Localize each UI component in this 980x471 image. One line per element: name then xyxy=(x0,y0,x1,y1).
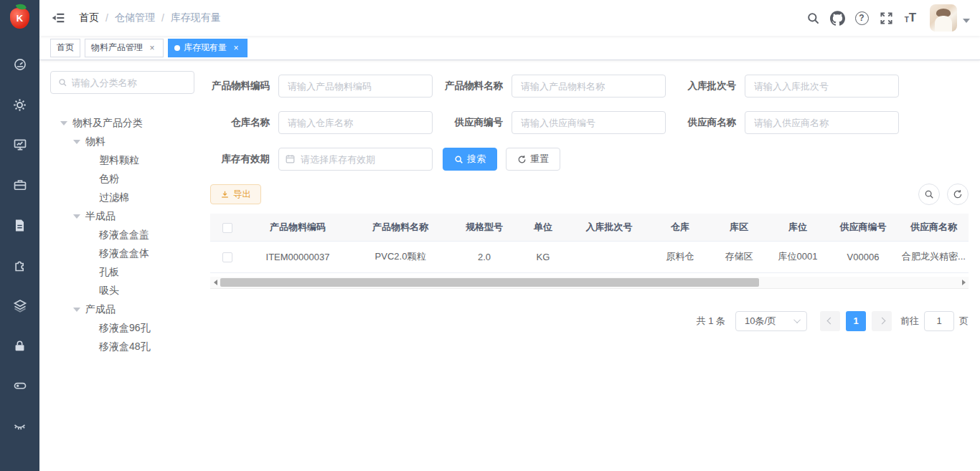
tree-node-label: 移液盒盒体 xyxy=(99,247,149,260)
column-header: 入库批次号 xyxy=(567,214,651,241)
tree-node-material[interactable]: 物料 xyxy=(50,133,194,151)
tree-node-box-96[interactable]: 移液盒96孔 xyxy=(50,319,194,338)
caret-down-icon[interactable] xyxy=(60,121,67,125)
caret-down-icon[interactable] xyxy=(73,308,80,312)
fullscreen-button[interactable] xyxy=(874,0,898,36)
page-size-select[interactable]: 10条/页 xyxy=(735,311,807,331)
inventory-table: 产品物料编码 产品物料名称 规格型号 单位 入库批次号 仓库 库区 库位 供应商… xyxy=(210,214,969,273)
sidebar-item-dashboard[interactable] xyxy=(0,44,39,85)
github-link-button[interactable] xyxy=(825,0,849,36)
tree-node-pipette-tip[interactable]: 吸头 xyxy=(50,282,194,300)
tab-label: 首页 xyxy=(57,42,74,54)
table-header-row: 产品物料编码 产品物料名称 规格型号 单位 入库批次号 仓库 库区 库位 供应商… xyxy=(210,214,969,241)
select-all-checkbox[interactable] xyxy=(222,223,232,233)
tree-node-well-plate[interactable]: 孔板 xyxy=(50,263,194,282)
sidebar-item-monitor[interactable] xyxy=(0,125,39,165)
table-row[interactable]: ITEM00000037 PVC2.0颗粒 2.0 KG 原料仓 存储区 库位0… xyxy=(210,241,969,272)
tree-node-pigment[interactable]: 色粉 xyxy=(50,170,194,189)
tags-view-bar: 首页 物料产品管理 库存现有量 xyxy=(39,36,980,60)
caret-down-icon[interactable] xyxy=(73,140,80,144)
tree-node-plastic-pellet[interactable]: 塑料颗粒 xyxy=(50,151,194,170)
batch-no-input[interactable] xyxy=(745,75,899,97)
reset-button[interactable]: 重置 xyxy=(506,148,560,171)
field-label: 供应商名称 xyxy=(677,116,745,129)
tree-node-box-lid[interactable]: 移液盒盒盖 xyxy=(50,226,194,244)
goto-page-group: 前往 页 xyxy=(900,311,969,331)
prev-page-button[interactable] xyxy=(820,311,840,331)
font-size-button[interactable] xyxy=(898,0,923,36)
sidebar-menu xyxy=(0,44,39,446)
refresh-icon xyxy=(517,155,527,164)
tree-node-label: 孔板 xyxy=(99,266,119,279)
tree-node-box-body[interactable]: 移液盒盒体 xyxy=(50,244,194,263)
search-button[interactable]: 搜索 xyxy=(443,148,497,171)
sidebar-item-switch[interactable] xyxy=(0,366,39,406)
supplier-code-input[interactable] xyxy=(512,111,666,134)
goto-page-input[interactable] xyxy=(924,311,954,331)
scroll-right-arrow[interactable] xyxy=(958,280,969,285)
table-toolbar: 导出 xyxy=(210,184,969,205)
tree-node-box-48[interactable]: 移液盒48孔 xyxy=(50,338,194,356)
page-number-button[interactable]: 1 xyxy=(846,311,866,331)
layers-icon xyxy=(13,298,27,313)
warehouse-name-input[interactable] xyxy=(278,111,433,134)
field-batch-no: 入库批次号 xyxy=(677,75,910,97)
sidebar-item-settings[interactable] xyxy=(0,85,39,125)
field-label: 库存有效期 xyxy=(210,153,278,166)
item-name-input[interactable] xyxy=(512,75,666,97)
sidebar-item-layers[interactable] xyxy=(0,285,39,325)
question-circle-icon xyxy=(855,11,869,25)
calendar-icon xyxy=(285,153,296,167)
help-button[interactable] xyxy=(849,0,874,36)
sidebar-item-security[interactable] xyxy=(0,325,39,366)
tab-material-product-mgmt[interactable]: 物料产品管理 xyxy=(85,39,164,57)
item-code-input[interactable] xyxy=(278,75,433,97)
scrollbar-thumb[interactable] xyxy=(220,278,759,287)
close-icon[interactable] xyxy=(231,43,241,53)
cell-item-code: ITEM00000037 xyxy=(245,241,351,272)
tree-node-semi-finished[interactable]: 半成品 xyxy=(50,207,194,226)
next-page-button[interactable] xyxy=(872,311,892,331)
search-icon xyxy=(454,155,463,164)
breadcrumb-home[interactable]: 首页 xyxy=(79,11,99,24)
chevron-right-icon xyxy=(878,318,885,325)
expiry-date-input[interactable] xyxy=(278,148,433,171)
user-menu-caret-icon[interactable] xyxy=(963,19,970,23)
refresh-icon xyxy=(953,189,963,199)
table-refresh-button[interactable] xyxy=(947,184,969,205)
tab-home[interactable]: 首页 xyxy=(50,39,80,57)
breadcrumb-warehouse[interactable]: 仓储管理 xyxy=(115,11,155,24)
sidebar-item-theme[interactable] xyxy=(0,406,39,446)
triangle-right-icon xyxy=(962,280,966,285)
user-avatar[interactable] xyxy=(930,4,957,32)
category-search-input[interactable] xyxy=(72,77,187,88)
tree-node-filter-cotton[interactable]: 过滤棉 xyxy=(50,189,194,207)
tree-node-label: 产成品 xyxy=(85,303,116,316)
tree-node-label: 塑料颗粒 xyxy=(99,154,139,167)
field-item-name: 产品物料名称 xyxy=(443,75,677,97)
header-search-button[interactable] xyxy=(801,0,825,36)
caret-down-icon[interactable] xyxy=(73,214,80,219)
sidebar-item-workbench[interactable] xyxy=(0,165,39,205)
column-header: 供应商编号 xyxy=(827,214,899,241)
cell-warehouse: 原料仓 xyxy=(651,241,710,272)
sidebar-item-documents[interactable] xyxy=(0,205,39,245)
scroll-left-arrow[interactable] xyxy=(210,280,220,285)
tree-node-root[interactable]: 物料及产品分类 xyxy=(50,114,194,133)
tree-node-label: 色粉 xyxy=(99,173,119,186)
table-horizontal-scrollbar xyxy=(210,277,969,289)
tab-inventory-onhand[interactable]: 库存现有量 xyxy=(168,39,248,57)
scrollbar-track[interactable] xyxy=(220,277,958,288)
table-search-toggle-button[interactable] xyxy=(918,184,940,205)
row-checkbox[interactable] xyxy=(222,252,232,262)
navbar-actions xyxy=(801,0,970,36)
sidebar-toggle-button[interactable] xyxy=(50,10,66,26)
app-logo[interactable]: K xyxy=(0,0,39,36)
supplier-name-input[interactable] xyxy=(745,111,899,134)
tree-node-finished[interactable]: 产成品 xyxy=(50,300,194,319)
export-button[interactable]: 导出 xyxy=(210,184,261,204)
close-icon[interactable] xyxy=(147,43,157,53)
monitor-chart-icon xyxy=(13,138,27,152)
sidebar-item-modules[interactable] xyxy=(0,245,39,285)
triangle-left-icon xyxy=(214,280,217,285)
